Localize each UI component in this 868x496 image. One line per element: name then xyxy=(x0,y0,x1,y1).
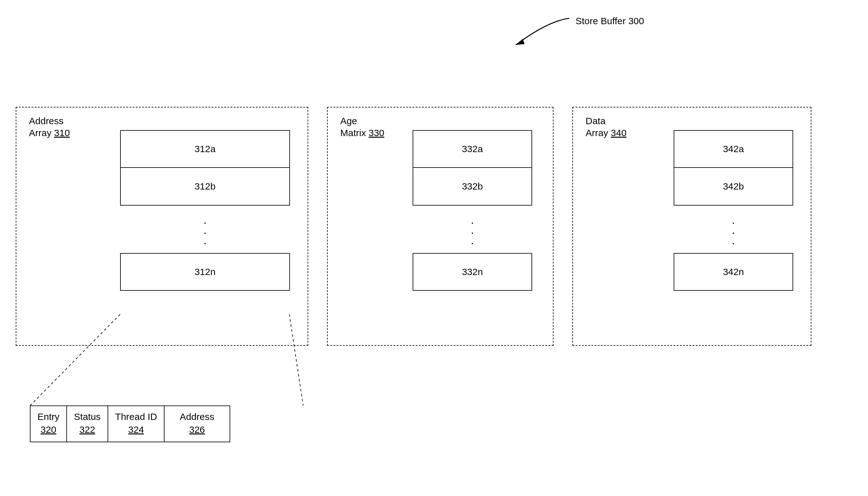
detail-thread-id: Thread ID 324 xyxy=(108,406,165,441)
data-array-rows: 342a 342b ... 342n xyxy=(674,130,793,291)
age-matrix-rows: 332a 332b ... 332n xyxy=(413,130,532,291)
age-matrix-label-line1: Age xyxy=(340,116,357,126)
detail-address-ref: 326 xyxy=(189,424,205,435)
detail-status: Status 322 xyxy=(67,406,108,441)
address-ellipsis: ... xyxy=(203,205,207,253)
address-array-label-line2: Array xyxy=(29,128,54,138)
data-array-label-line1: Data xyxy=(585,116,605,126)
detail-thread-id-ref: 324 xyxy=(128,424,144,435)
detail-entry-label: Entry xyxy=(37,412,59,422)
detail-thread-id-label: Thread ID xyxy=(115,412,157,422)
age-row-b: 332b xyxy=(413,168,532,205)
age-ellipsis: ... xyxy=(471,205,474,253)
detail-address: Address 326 xyxy=(165,406,229,441)
address-array-ref: 310 xyxy=(54,128,70,138)
address-array-label: Address Array 310 xyxy=(29,115,70,139)
age-row-n: 332n xyxy=(413,253,532,291)
age-matrix-label: Age Matrix 330 xyxy=(340,115,384,139)
detail-status-ref: 322 xyxy=(79,424,95,435)
data-array-panel: Data Array 340 342a 342b ... 342n xyxy=(573,107,811,346)
age-matrix-panel: Age Matrix 330 332a 332b ... 332n xyxy=(327,107,553,346)
data-array-label-line2: Array xyxy=(585,128,611,138)
detail-address-label: Address xyxy=(180,412,214,422)
address-array-label-line1: Address xyxy=(29,116,63,126)
detail-entry-ref: 320 xyxy=(41,424,56,435)
address-array-panel: Address Array 310 312a 312b ... 312n xyxy=(16,107,308,346)
address-array-rows: 312a 312b ... 312n xyxy=(120,130,290,291)
address-row-b: 312b xyxy=(120,168,290,205)
title-ref: 300 xyxy=(628,16,644,26)
address-entry-detail: Entry 320 Status 322 Thread ID 324 Addre… xyxy=(30,405,230,442)
data-row-n: 342n xyxy=(674,253,793,291)
detail-entry: Entry 320 xyxy=(31,406,67,441)
title-arrow-icon xyxy=(509,15,573,50)
data-ellipsis: ... xyxy=(732,205,735,253)
age-matrix-ref: 330 xyxy=(369,128,384,138)
age-matrix-label-line2: Matrix xyxy=(340,128,369,138)
address-row-n: 312n xyxy=(120,253,290,291)
diagram-canvas: Store Buffer 300 Address Array 310 312a … xyxy=(0,0,868,496)
data-row-b: 342b xyxy=(674,168,793,205)
data-array-label: Data Array 340 xyxy=(585,115,626,139)
detail-status-label: Status xyxy=(74,412,101,422)
age-row-a: 332a xyxy=(413,130,532,168)
address-row-a: 312a xyxy=(120,130,290,168)
figure-title: Store Buffer 300 xyxy=(576,16,644,27)
data-row-a: 342a xyxy=(674,130,793,168)
title-text: Store Buffer xyxy=(576,16,626,26)
data-array-ref: 340 xyxy=(611,128,626,138)
